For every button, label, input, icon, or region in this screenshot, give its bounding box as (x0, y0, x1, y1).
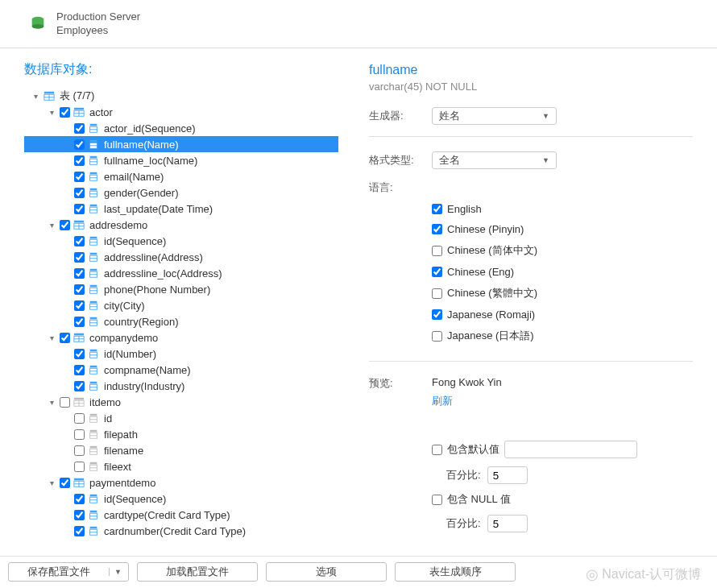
column-checkbox[interactable] (74, 155, 85, 166)
column-label: filename (102, 445, 143, 457)
table-checkbox[interactable] (60, 333, 70, 343)
language-option[interactable]: Chinese (繁體中文) (432, 286, 693, 300)
column-checkbox[interactable] (74, 252, 85, 263)
table-checkbox[interactable] (60, 220, 70, 230)
load-profile-button[interactable]: 加载配置文件 (137, 562, 258, 582)
column-checkbox[interactable] (74, 526, 85, 536)
tree-column-row[interactable]: id(Number) (24, 346, 338, 362)
tree-table-row[interactable]: ▾actor (24, 104, 338, 120)
tree-column-row[interactable]: addressline_loc(Address) (24, 265, 338, 281)
save-profile-button[interactable]: 保存配置文件 ▼ (8, 562, 129, 582)
svg-rect-89 (90, 527, 97, 529)
column-checkbox[interactable] (74, 268, 85, 279)
column-checkbox[interactable] (74, 365, 85, 375)
language-checkbox[interactable] (432, 309, 442, 320)
expander-icon[interactable]: ▾ (31, 92, 40, 101)
column-checkbox[interactable] (74, 462, 85, 472)
column-checkbox[interactable] (74, 172, 85, 182)
generator-select[interactable]: 姓名 ▼ (432, 107, 557, 125)
language-option[interactable]: Chinese (Eng) (432, 266, 693, 278)
language-option[interactable]: Chinese (简体中文) (432, 243, 693, 258)
table-checkbox[interactable] (60, 107, 70, 118)
table-checkbox[interactable] (60, 397, 70, 408)
tree-column-row[interactable]: country(Region) (24, 313, 338, 329)
tree-column-row[interactable]: id(Sequence) (24, 233, 338, 249)
tree-column-row[interactable]: filename (24, 442, 338, 458)
language-label: English (447, 203, 482, 215)
table-name: companydemo (88, 332, 158, 344)
column-checkbox[interactable] (74, 204, 85, 214)
default-percent-input[interactable] (487, 466, 528, 484)
language-label: Chinese (Eng) (447, 266, 514, 278)
language-checkbox[interactable] (432, 246, 442, 256)
root-label: 表 (7/7) (58, 89, 94, 103)
chevron-down-icon: ▼ (542, 112, 549, 120)
tree-root-row[interactable]: ▾表 (7/7) (24, 88, 338, 104)
tree-column-row[interactable]: fullname_loc(Name) (24, 152, 338, 168)
column-label: city(City) (102, 300, 145, 312)
include-default-checkbox[interactable] (432, 445, 442, 455)
tree-column-row[interactable]: phone(Phone Number) (24, 281, 338, 297)
language-option[interactable]: English (432, 203, 693, 215)
column-icon (88, 139, 99, 150)
tree-table-row[interactable]: ▾addresdemo (24, 217, 338, 233)
column-label: cardnumber(Credit Card Type) (102, 525, 246, 537)
tree-column-row[interactable]: city(City) (24, 297, 338, 313)
tree-column-row[interactable]: actor_id(Sequence) (24, 120, 338, 136)
language-checkbox[interactable] (432, 224, 442, 234)
language-checkbox[interactable] (432, 331, 442, 342)
language-option[interactable]: Japanese (Romaji) (432, 308, 693, 321)
expander-icon[interactable]: ▾ (47, 478, 56, 487)
language-option[interactable]: Chinese (Pinyin) (432, 223, 693, 235)
column-checkbox[interactable] (74, 349, 85, 359)
tree-column-row[interactable]: industry(Industry) (24, 378, 338, 394)
expander-icon[interactable]: ▾ (47, 398, 56, 407)
null-percent-input[interactable] (487, 515, 528, 532)
column-checkbox[interactable] (74, 300, 85, 311)
format-select[interactable]: 全名 ▼ (432, 151, 557, 169)
tree-column-row[interactable]: gender(Gender) (24, 184, 338, 201)
column-checkbox[interactable] (74, 494, 85, 504)
include-null-checkbox[interactable] (432, 495, 442, 505)
tree-column-row[interactable]: id (24, 410, 338, 426)
language-checkbox[interactable] (432, 204, 442, 214)
column-checkbox[interactable] (74, 445, 85, 456)
expander-icon[interactable]: ▾ (47, 333, 56, 342)
tree-column-row[interactable]: addressline(Address) (24, 249, 338, 265)
null-percent-label: 百分比: (446, 516, 481, 531)
tree-column-row[interactable]: email(Name) (24, 168, 338, 184)
tree-table-row[interactable]: ▾companydemo (24, 329, 338, 346)
language-checkbox[interactable] (432, 288, 442, 299)
column-checkbox[interactable] (74, 429, 85, 440)
column-checkbox[interactable] (74, 381, 85, 391)
tree-column-row[interactable]: fullname(Name) (24, 136, 338, 152)
tree-table-row[interactable]: ▾itdemo (24, 394, 338, 410)
column-checkbox[interactable] (74, 188, 85, 198)
tree-table-row[interactable]: ▾paymentdemo (24, 474, 338, 491)
tree-column-row[interactable]: last_update(Date Time) (24, 201, 338, 217)
column-checkbox[interactable] (74, 510, 85, 520)
options-button[interactable]: 选项 (266, 562, 387, 582)
column-checkbox[interactable] (74, 139, 85, 150)
tree-column-row[interactable]: cardnumber(Credit Card Type) (24, 523, 338, 539)
tree-column-row[interactable]: compname(Name) (24, 362, 338, 378)
tree-column-row[interactable]: cardtype(Credit Card Type) (24, 507, 338, 523)
column-checkbox[interactable] (74, 284, 85, 295)
column-checkbox[interactable] (74, 317, 85, 327)
language-checkbox[interactable] (432, 267, 442, 277)
tree-column-row[interactable]: fileext (24, 458, 338, 474)
column-checkbox[interactable] (74, 236, 85, 246)
refresh-link[interactable]: 刷新 (432, 394, 693, 408)
language-option[interactable]: Japanese (日本語) (432, 329, 693, 343)
svg-rect-35 (90, 253, 97, 255)
expander-icon[interactable]: ▾ (47, 221, 56, 230)
table-checkbox[interactable] (60, 478, 70, 488)
default-value-input[interactable] (504, 441, 637, 458)
tree-column-row[interactable]: id(Sequence) (24, 491, 338, 507)
tree-column-row[interactable]: filepath (24, 426, 338, 442)
column-checkbox[interactable] (74, 413, 85, 424)
expander-icon[interactable]: ▾ (47, 108, 56, 117)
table-order-button[interactable]: 表生成顺序 (395, 562, 516, 582)
column-icon (88, 380, 99, 391)
column-checkbox[interactable] (74, 123, 85, 134)
